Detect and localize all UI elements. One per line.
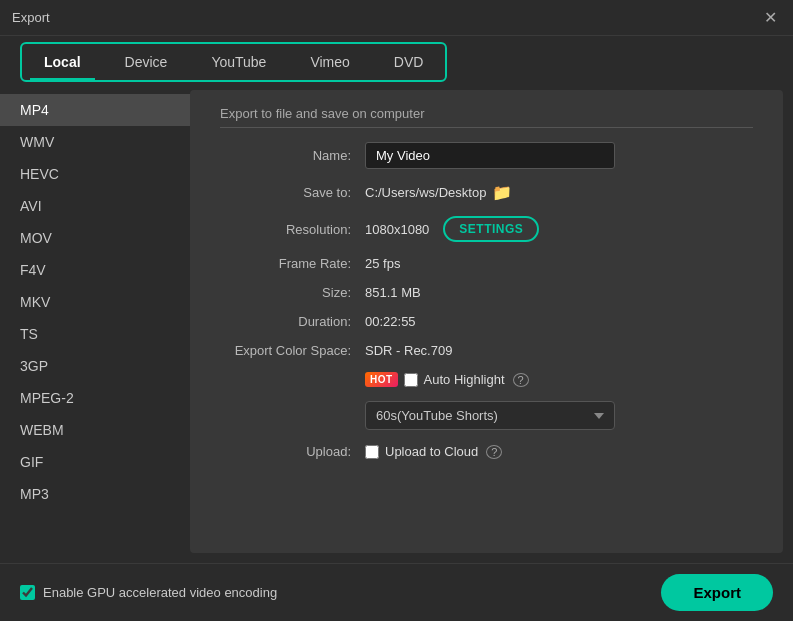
duration-row: Duration: 00:22:55 [220, 314, 753, 329]
resolution-label: Resolution: [220, 222, 365, 237]
save-label: Save to: [220, 185, 365, 200]
bottom-bar: Enable GPU accelerated video encoding Ex… [0, 563, 793, 621]
size-label: Size: [220, 285, 365, 300]
section-title: Export to file and save on computer [220, 106, 753, 128]
duration-label: Duration: [220, 314, 365, 329]
tab-local[interactable]: Local [22, 44, 103, 80]
color-space-row: Export Color Space: SDR - Rec.709 [220, 343, 753, 358]
folder-icon[interactable]: 📁 [492, 183, 512, 202]
gpu-checkbox[interactable] [20, 585, 35, 600]
tab-vimeo[interactable]: Vimeo [288, 44, 371, 80]
duration-value: 00:22:55 [365, 314, 416, 329]
frame-rate-label: Frame Rate: [220, 256, 365, 271]
main-area: MP4 WMV HEVC AVI MOV F4V MKV TS 3GP MPEG… [0, 90, 793, 563]
sidebar-item-mp3[interactable]: MP3 [0, 478, 190, 510]
auto-highlight-field: HOT Auto Highlight ? [365, 372, 529, 387]
auto-highlight-checkbox[interactable] [404, 373, 418, 387]
settings-button[interactable]: SETTINGS [443, 216, 539, 242]
save-path: C:/Users/ws/Desktop [365, 185, 486, 200]
upload-label: Upload: [220, 444, 365, 459]
sidebar-item-f4v[interactable]: F4V [0, 254, 190, 286]
upload-field: Upload to Cloud ? [365, 444, 502, 459]
hot-badge: HOT [365, 372, 398, 387]
upload-cloud-label: Upload to Cloud [385, 444, 478, 459]
sidebar-item-3gp[interactable]: 3GP [0, 350, 190, 382]
resolution-row: Resolution: 1080x1080 SETTINGS [220, 216, 753, 242]
sidebar: MP4 WMV HEVC AVI MOV F4V MKV TS 3GP MPEG… [0, 90, 190, 563]
frame-rate-value: 25 fps [365, 256, 400, 271]
color-space-label: Export Color Space: [220, 343, 365, 358]
save-to-field: C:/Users/ws/Desktop 📁 [365, 183, 512, 202]
tab-bar: Local Device YouTube Vimeo DVD [20, 42, 447, 82]
size-row: Size: 851.1 MB [220, 285, 753, 300]
auto-highlight-help-icon[interactable]: ? [513, 373, 529, 387]
tab-dvd[interactable]: DVD [372, 44, 446, 80]
auto-highlight-row: HOT Auto Highlight ? [220, 372, 753, 387]
sidebar-item-avi[interactable]: AVI [0, 190, 190, 222]
tab-device[interactable]: Device [103, 44, 190, 80]
sidebar-item-gif[interactable]: GIF [0, 446, 190, 478]
resolution-field: 1080x1080 SETTINGS [365, 216, 539, 242]
close-button[interactable]: ✕ [760, 8, 781, 27]
name-input[interactable] [365, 142, 615, 169]
upload-cloud-checkbox[interactable] [365, 445, 379, 459]
save-to-row: Save to: C:/Users/ws/Desktop 📁 [220, 183, 753, 202]
gpu-row: Enable GPU accelerated video encoding [20, 585, 277, 600]
highlight-dropdown-row: 60s(YouTube Shorts) [365, 401, 753, 430]
sidebar-item-webm[interactable]: WEBM [0, 414, 190, 446]
highlight-duration-dropdown[interactable]: 60s(YouTube Shorts) [365, 401, 615, 430]
auto-highlight-label: Auto Highlight [424, 372, 505, 387]
content-panel: Export to file and save on computer Name… [190, 90, 783, 553]
upload-help-icon[interactable]: ? [486, 445, 502, 459]
resolution-value: 1080x1080 [365, 222, 429, 237]
name-row: Name: [220, 142, 753, 169]
sidebar-item-hevc[interactable]: HEVC [0, 158, 190, 190]
color-space-value: SDR - Rec.709 [365, 343, 452, 358]
export-button[interactable]: Export [661, 574, 773, 611]
sidebar-item-wmv[interactable]: WMV [0, 126, 190, 158]
size-value: 851.1 MB [365, 285, 421, 300]
gpu-label: Enable GPU accelerated video encoding [43, 585, 277, 600]
sidebar-item-mkv[interactable]: MKV [0, 286, 190, 318]
sidebar-item-mov[interactable]: MOV [0, 222, 190, 254]
tab-youtube[interactable]: YouTube [189, 44, 288, 80]
sidebar-item-mpeg2[interactable]: MPEG-2 [0, 382, 190, 414]
name-label: Name: [220, 148, 365, 163]
frame-rate-row: Frame Rate: 25 fps [220, 256, 753, 271]
sidebar-item-mp4[interactable]: MP4 [0, 94, 190, 126]
upload-row: Upload: Upload to Cloud ? [220, 444, 753, 459]
sidebar-item-ts[interactable]: TS [0, 318, 190, 350]
window-title: Export [12, 10, 50, 25]
title-bar: Export ✕ [0, 0, 793, 36]
